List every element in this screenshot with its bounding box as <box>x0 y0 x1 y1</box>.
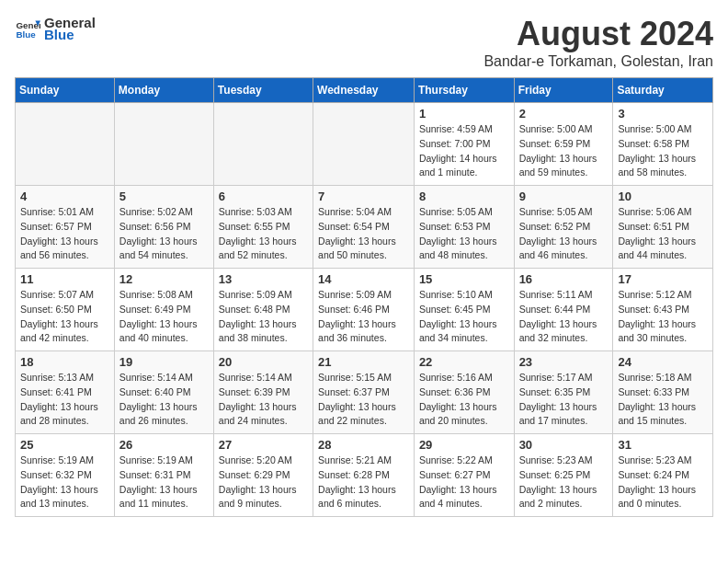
day-number: 5 <box>119 190 209 203</box>
day-number: 17 <box>618 272 708 286</box>
day-number: 26 <box>119 438 209 452</box>
calendar-header-row: SundayMondayTuesdayWednesdayThursdayFrid… <box>16 78 713 103</box>
week-row-4: 18Sunrise: 5:13 AMSunset: 6:41 PMDayligh… <box>16 351 713 434</box>
day-cell: 26Sunrise: 5:19 AMSunset: 6:31 PMDayligh… <box>114 434 213 517</box>
day-number: 8 <box>419 190 509 203</box>
day-cell: 11Sunrise: 5:07 AMSunset: 6:50 PMDayligh… <box>16 269 115 351</box>
svg-text:Blue: Blue <box>16 29 36 40</box>
header-sunday: Sunday <box>16 78 115 103</box>
day-info: Sunrise: 5:21 AMSunset: 6:28 PMDaylight:… <box>318 454 409 511</box>
day-info: Sunrise: 5:20 AMSunset: 6:29 PMDaylight:… <box>219 454 308 511</box>
day-info: Sunrise: 5:05 AMSunset: 6:53 PMDaylight:… <box>419 205 509 263</box>
week-row-5: 25Sunrise: 5:19 AMSunset: 6:32 PMDayligh… <box>16 434 713 517</box>
day-info: Sunrise: 5:09 AMSunset: 6:48 PMDaylight:… <box>219 288 308 346</box>
logo: General Blue General Blue <box>15 15 96 42</box>
day-info: Sunrise: 5:11 AMSunset: 6:44 PMDaylight:… <box>519 288 609 346</box>
day-info: Sunrise: 4:59 AMSunset: 7:00 PMDaylight:… <box>419 122 509 180</box>
day-cell: 13Sunrise: 5:09 AMSunset: 6:48 PMDayligh… <box>213 269 313 351</box>
day-cell: 31Sunrise: 5:23 AMSunset: 6:24 PMDayligh… <box>613 434 713 517</box>
day-number: 4 <box>20 190 109 203</box>
day-cell: 7Sunrise: 5:04 AMSunset: 6:54 PMDaylight… <box>313 186 415 269</box>
day-cell <box>213 103 313 186</box>
location-title: Bandar-e Torkaman, Golestan, Iran <box>483 53 713 70</box>
day-info: Sunrise: 5:19 AMSunset: 6:32 PMDaylight:… <box>20 454 109 511</box>
day-cell: 17Sunrise: 5:12 AMSunset: 6:43 PMDayligh… <box>613 269 713 351</box>
header: General Blue General Blue August 2024 Ba… <box>15 15 713 70</box>
day-info: Sunrise: 5:08 AMSunset: 6:49 PMDaylight:… <box>119 288 209 346</box>
day-info: Sunrise: 5:04 AMSunset: 6:54 PMDaylight:… <box>318 205 409 263</box>
header-tuesday: Tuesday <box>213 78 313 103</box>
day-info: Sunrise: 5:01 AMSunset: 6:57 PMDaylight:… <box>20 205 109 263</box>
week-row-3: 11Sunrise: 5:07 AMSunset: 6:50 PMDayligh… <box>16 269 713 351</box>
day-cell: 9Sunrise: 5:05 AMSunset: 6:52 PMDaylight… <box>514 186 613 269</box>
header-monday: Monday <box>114 78 213 103</box>
day-number: 29 <box>419 438 509 452</box>
day-cell: 1Sunrise: 4:59 AMSunset: 7:00 PMDaylight… <box>414 103 514 186</box>
day-cell: 20Sunrise: 5:14 AMSunset: 6:39 PMDayligh… <box>213 351 313 434</box>
calendar-table: SundayMondayTuesdayWednesdayThursdayFrid… <box>15 77 713 517</box>
logo-icon: General Blue <box>15 16 40 41</box>
day-cell: 22Sunrise: 5:16 AMSunset: 6:36 PMDayligh… <box>414 351 514 434</box>
day-number: 28 <box>318 438 409 452</box>
day-number: 22 <box>419 355 509 369</box>
day-cell: 19Sunrise: 5:14 AMSunset: 6:40 PMDayligh… <box>114 351 213 434</box>
day-number: 12 <box>119 272 209 286</box>
day-info: Sunrise: 5:07 AMSunset: 6:50 PMDaylight:… <box>20 288 109 346</box>
day-info: Sunrise: 5:09 AMSunset: 6:46 PMDaylight:… <box>318 288 409 346</box>
header-saturday: Saturday <box>613 78 713 103</box>
day-info: Sunrise: 5:14 AMSunset: 6:40 PMDaylight:… <box>119 371 209 429</box>
day-info: Sunrise: 5:16 AMSunset: 6:36 PMDaylight:… <box>419 371 509 429</box>
day-cell: 16Sunrise: 5:11 AMSunset: 6:44 PMDayligh… <box>514 269 613 351</box>
day-number: 2 <box>519 107 609 121</box>
day-cell: 4Sunrise: 5:01 AMSunset: 6:57 PMDaylight… <box>16 186 115 269</box>
day-cell: 6Sunrise: 5:03 AMSunset: 6:55 PMDaylight… <box>213 186 313 269</box>
day-cell: 23Sunrise: 5:17 AMSunset: 6:35 PMDayligh… <box>514 351 613 434</box>
day-cell: 12Sunrise: 5:08 AMSunset: 6:49 PMDayligh… <box>114 269 213 351</box>
day-cell: 28Sunrise: 5:21 AMSunset: 6:28 PMDayligh… <box>313 434 415 517</box>
day-cell: 2Sunrise: 5:00 AMSunset: 6:59 PMDaylight… <box>514 103 613 186</box>
day-info: Sunrise: 5:03 AMSunset: 6:55 PMDaylight:… <box>219 205 308 263</box>
day-info: Sunrise: 5:00 AMSunset: 6:58 PMDaylight:… <box>618 122 708 180</box>
day-info: Sunrise: 5:02 AMSunset: 6:56 PMDaylight:… <box>119 205 209 263</box>
day-info: Sunrise: 5:12 AMSunset: 6:43 PMDaylight:… <box>618 288 708 346</box>
day-number: 6 <box>219 190 308 203</box>
day-cell: 10Sunrise: 5:06 AMSunset: 6:51 PMDayligh… <box>613 186 713 269</box>
day-cell: 14Sunrise: 5:09 AMSunset: 6:46 PMDayligh… <box>313 269 415 351</box>
day-number: 18 <box>20 355 109 369</box>
day-info: Sunrise: 5:13 AMSunset: 6:41 PMDaylight:… <box>20 371 109 429</box>
day-number: 25 <box>20 438 109 452</box>
day-cell: 8Sunrise: 5:05 AMSunset: 6:53 PMDaylight… <box>414 186 514 269</box>
day-info: Sunrise: 5:17 AMSunset: 6:35 PMDaylight:… <box>519 371 609 429</box>
day-info: Sunrise: 5:23 AMSunset: 6:25 PMDaylight:… <box>519 454 609 511</box>
day-number: 19 <box>119 355 209 369</box>
day-cell: 24Sunrise: 5:18 AMSunset: 6:33 PMDayligh… <box>613 351 713 434</box>
day-info: Sunrise: 5:19 AMSunset: 6:31 PMDaylight:… <box>119 454 209 511</box>
day-number: 9 <box>519 190 609 203</box>
day-number: 13 <box>219 272 308 286</box>
week-row-2: 4Sunrise: 5:01 AMSunset: 6:57 PMDaylight… <box>16 186 713 269</box>
day-number: 31 <box>618 438 708 452</box>
day-info: Sunrise: 5:15 AMSunset: 6:37 PMDaylight:… <box>318 371 409 429</box>
day-number: 24 <box>618 355 708 369</box>
day-cell <box>114 103 213 186</box>
day-cell: 29Sunrise: 5:22 AMSunset: 6:27 PMDayligh… <box>414 434 514 517</box>
day-info: Sunrise: 5:14 AMSunset: 6:39 PMDaylight:… <box>219 371 308 429</box>
day-number: 10 <box>618 190 708 203</box>
day-cell: 21Sunrise: 5:15 AMSunset: 6:37 PMDayligh… <box>313 351 415 434</box>
header-friday: Friday <box>514 78 613 103</box>
day-cell: 5Sunrise: 5:02 AMSunset: 6:56 PMDaylight… <box>114 186 213 269</box>
day-number: 30 <box>519 438 609 452</box>
day-cell <box>16 103 115 186</box>
day-cell <box>313 103 415 186</box>
title-area: August 2024 Bandar-e Torkaman, Golestan,… <box>483 15 713 70</box>
day-cell: 3Sunrise: 5:00 AMSunset: 6:58 PMDaylight… <box>613 103 713 186</box>
day-number: 23 <box>519 355 609 369</box>
header-thursday: Thursday <box>414 78 514 103</box>
month-title: August 2024 <box>483 15 713 53</box>
day-number: 3 <box>618 107 708 121</box>
day-number: 27 <box>219 438 308 452</box>
day-cell: 15Sunrise: 5:10 AMSunset: 6:45 PMDayligh… <box>414 269 514 351</box>
day-cell: 27Sunrise: 5:20 AMSunset: 6:29 PMDayligh… <box>213 434 313 517</box>
day-info: Sunrise: 5:10 AMSunset: 6:45 PMDaylight:… <box>419 288 509 346</box>
day-number: 16 <box>519 272 609 286</box>
